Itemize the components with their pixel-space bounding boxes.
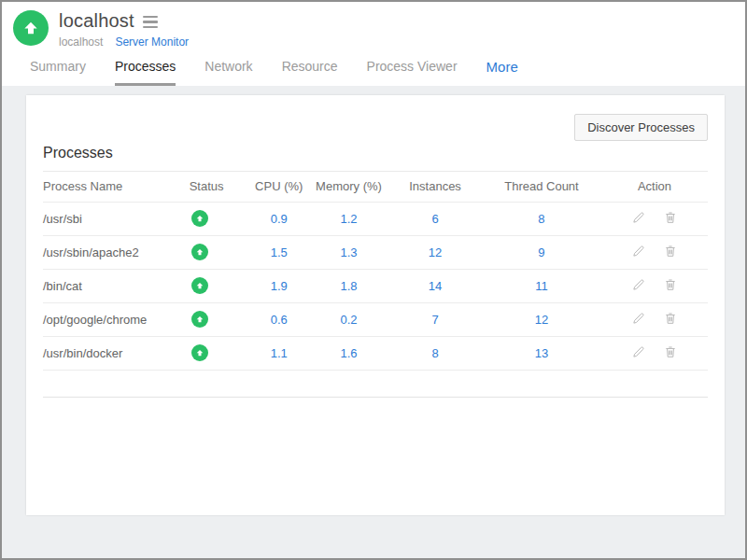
delete-icon[interactable] xyxy=(663,277,678,292)
tab-summary[interactable]: Summary xyxy=(30,59,86,86)
process-name: /usr/sbin/apache2 xyxy=(43,235,190,269)
delete-icon[interactable] xyxy=(663,244,678,259)
status-cell xyxy=(190,336,249,370)
column-process-name: Process Name xyxy=(43,172,190,202)
column-action: Action xyxy=(601,172,708,202)
tab-bar: Summary Processes Network Resource Proce… xyxy=(2,49,745,86)
table-row: /usr/sbi 0.9 1.2 6 8 xyxy=(43,202,708,235)
memory-value[interactable]: 1.2 xyxy=(309,202,388,235)
action-cell xyxy=(601,202,708,235)
memory-value[interactable]: 0.2 xyxy=(309,302,388,336)
action-cell xyxy=(601,269,708,302)
status-up-icon xyxy=(191,344,208,361)
action-cell xyxy=(601,235,708,269)
status-cell xyxy=(190,235,249,269)
status-up-icon xyxy=(191,210,208,227)
monitor-type-link[interactable]: Server Monitor xyxy=(115,35,189,49)
thread-count-value[interactable]: 12 xyxy=(482,302,601,336)
tab-process-viewer[interactable]: Process Viewer xyxy=(367,59,458,86)
instances-value[interactable]: 8 xyxy=(388,336,482,370)
edit-icon[interactable] xyxy=(631,277,646,292)
column-cpu: CPU (%) xyxy=(249,172,309,202)
delete-icon[interactable] xyxy=(663,344,678,359)
process-name: /usr/bin/docker xyxy=(43,336,190,370)
table-row: /opt/google/chrome 0.6 0.2 7 12 xyxy=(43,302,708,336)
edit-icon[interactable] xyxy=(631,210,646,225)
delete-icon[interactable] xyxy=(663,210,678,225)
process-name: /opt/google/chrome xyxy=(43,302,190,336)
thread-count-value[interactable]: 11 xyxy=(482,269,601,302)
tab-resource[interactable]: Resource xyxy=(282,59,338,86)
memory-value[interactable]: 1.6 xyxy=(309,336,388,370)
column-instances: Instances xyxy=(388,172,482,202)
column-status: Status xyxy=(190,172,249,202)
instances-value[interactable]: 7 xyxy=(388,302,482,336)
monitor-status-up-icon xyxy=(13,10,49,46)
delete-icon[interactable] xyxy=(663,311,678,326)
processes-table: Process Name Status CPU (%) Memory (%) I… xyxy=(43,172,708,398)
edit-icon[interactable] xyxy=(631,311,646,326)
status-up-icon xyxy=(191,277,208,294)
cpu-value[interactable]: 0.9 xyxy=(249,202,309,235)
status-cell xyxy=(190,302,249,336)
cpu-value[interactable]: 1.1 xyxy=(249,336,309,370)
monitor-title: localhost xyxy=(59,10,134,32)
cpu-value[interactable]: 1.9 xyxy=(249,269,309,302)
column-memory: Memory (%) xyxy=(309,172,388,202)
thread-count-value[interactable]: 8 xyxy=(482,202,601,235)
instances-value[interactable]: 6 xyxy=(388,202,482,235)
empty-table-row xyxy=(43,370,708,397)
page-background: Discover Processes Processes Process Nam… xyxy=(2,86,745,560)
process-name: /bin/cat xyxy=(43,269,190,302)
hamburger-menu-icon[interactable] xyxy=(143,14,158,29)
thread-count-value[interactable]: 13 xyxy=(482,336,601,370)
app-header: localhost localhost Server Monitor Summa… xyxy=(2,2,745,86)
discover-processes-button[interactable]: Discover Processes xyxy=(574,114,708,141)
edit-icon[interactable] xyxy=(631,344,646,359)
table-row: /usr/bin/docker 1.1 1.6 8 13 xyxy=(43,336,708,370)
table-row: /bin/cat 1.9 1.8 14 11 xyxy=(43,269,708,302)
section-title: Processes xyxy=(43,145,708,172)
cpu-value[interactable]: 1.5 xyxy=(249,235,309,269)
processes-card: Discover Processes Processes Process Nam… xyxy=(26,95,725,515)
action-cell xyxy=(601,336,708,370)
host-name: localhost xyxy=(59,35,103,49)
status-cell xyxy=(190,202,249,235)
table-header-row: Process Name Status CPU (%) Memory (%) I… xyxy=(43,172,708,202)
table-row: /usr/sbin/apache2 1.5 1.3 12 9 xyxy=(43,235,708,269)
status-up-icon xyxy=(191,311,208,328)
instances-value[interactable]: 12 xyxy=(388,235,482,269)
tab-network[interactable]: Network xyxy=(204,59,252,86)
edit-icon[interactable] xyxy=(631,244,646,259)
cpu-value[interactable]: 0.6 xyxy=(249,302,309,336)
status-cell xyxy=(190,269,249,302)
memory-value[interactable]: 1.8 xyxy=(309,269,388,302)
process-name: /usr/sbi xyxy=(43,202,190,235)
column-thread-count: Thread Count xyxy=(482,172,601,202)
memory-value[interactable]: 1.3 xyxy=(309,235,388,269)
action-cell xyxy=(601,302,708,336)
instances-value[interactable]: 14 xyxy=(388,269,482,302)
status-up-icon xyxy=(191,244,208,260)
thread-count-value[interactable]: 9 xyxy=(482,235,601,269)
tab-processes[interactable]: Processes xyxy=(115,59,176,86)
tab-more[interactable]: More xyxy=(486,59,518,86)
